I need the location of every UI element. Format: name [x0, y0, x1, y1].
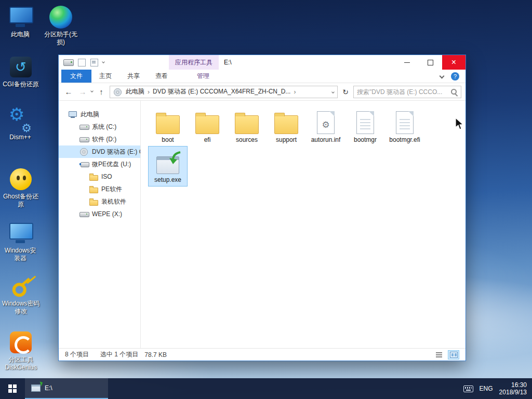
- taskbar: E:\ ENG 16:30 2018/9/13: [0, 378, 532, 399]
- file-item-bootmgr-efi[interactable]: bootmgr.efi: [385, 106, 424, 146]
- file-item-efi[interactable]: efi: [188, 106, 227, 146]
- file-item-bootmgr[interactable]: bootmgr: [345, 106, 385, 146]
- desktop-icon-label: Windows安装器: [2, 247, 38, 262]
- tree-item-label: ISO: [101, 173, 112, 180]
- qat-new-folder-icon[interactable]: [89, 58, 99, 67]
- computer-icon: [68, 110, 77, 118]
- desktop-icon-windows-installer[interactable]: Windows安装器: [2, 221, 38, 262]
- file-name: support: [268, 136, 304, 143]
- mouse-cursor: [455, 117, 464, 131]
- partition-assistant-icon: [48, 5, 73, 29]
- large-icons-view-button[interactable]: [448, 350, 459, 360]
- folder-icon: [89, 172, 98, 181]
- address-drive-icon: [113, 88, 123, 96]
- language-indicator[interactable]: ENG: [480, 385, 493, 392]
- minimize-button[interactable]: [395, 55, 419, 70]
- tab-view[interactable]: 查看: [148, 70, 176, 83]
- touch-keyboard-icon[interactable]: [463, 385, 473, 392]
- taskbar-clock[interactable]: 16:30 2018/9/13: [499, 381, 527, 396]
- desktop-icon-label: CGI备份还原: [1, 81, 41, 88]
- navigation-bar: ← → ↑ 此电脑 › DVD 驱动器 (E:) CCCOMA_X64FRE_Z…: [59, 83, 466, 101]
- tree-item-label: 软件 (D:): [92, 135, 116, 144]
- desktop-icon-cgi-backup[interactable]: CGI备份还原: [1, 55, 41, 88]
- tree-item-drive-c[interactable]: 系统 (C:): [59, 121, 140, 133]
- folder-icon: [156, 115, 180, 134]
- desktop-icon-ghost-backup[interactable]: Ghost备份还原: [1, 167, 41, 208]
- tree-item-dvd-drive-e[interactable]: DVD 驱动器 (E:) CC: [59, 145, 140, 158]
- drive-icon: [79, 210, 89, 218]
- search-box[interactable]: [353, 86, 461, 98]
- desktop-icon-label: Ghost备份还原: [1, 193, 41, 208]
- diskgenius-icon: [8, 330, 33, 354]
- file-name: boot: [150, 136, 186, 143]
- folder-icon: [195, 115, 219, 134]
- address-bar[interactable]: 此电脑 › DVD 驱动器 (E:) CCCOMA_X64FRE_ZH-CN_D…: [110, 86, 338, 98]
- tree-item-drive-d[interactable]: 软件 (D:): [59, 133, 140, 145]
- breadcrumb-this-pc[interactable]: 此电脑: [126, 87, 144, 96]
- desktop-icon-label: Dism++: [2, 134, 38, 141]
- large-icons-view-icon: [450, 352, 458, 358]
- status-bar: 8 个项目 选中 1 个项目 78.7 KB: [59, 348, 466, 361]
- window-icon[interactable]: [63, 57, 74, 68]
- desktop-icon-this-pc[interactable]: 此电脑: [2, 5, 38, 38]
- tree-item-this-pc[interactable]: 此电脑: [59, 108, 140, 121]
- dvd-disc-icon: [79, 148, 89, 156]
- maximize-button[interactable]: [419, 55, 442, 70]
- start-button[interactable]: [0, 378, 25, 399]
- file-name: setup.exe: [150, 176, 186, 183]
- breadcrumb-separator-icon: ›: [294, 88, 296, 96]
- tree-item-install-software[interactable]: 装机软件: [59, 195, 140, 208]
- taskbar-app-explorer[interactable]: E:\: [25, 378, 108, 399]
- ghost-backup-icon: [8, 167, 33, 191]
- desktop: 此电脑 分区助手(无损) CGI备份还原 Dism++ Ghost备份还原 Wi…: [0, 0, 532, 399]
- desktop-icon-label: 分区助手(无损): [43, 31, 79, 46]
- ribbon-tab-strip: 文件 主页 共享 查看 管理: [59, 70, 466, 83]
- file-item-sources[interactable]: sources: [227, 106, 267, 146]
- file-name: bootmgr.efi: [387, 136, 423, 143]
- file-item-support[interactable]: support: [267, 106, 306, 146]
- clock-date: 2018/9/13: [499, 389, 527, 396]
- items-count: 8 个项目: [65, 350, 89, 359]
- setup-information-file-icon: [317, 111, 335, 134]
- tab-share[interactable]: 共享: [119, 70, 148, 83]
- contextual-tab-application-tools[interactable]: 应用程序工具: [169, 55, 219, 70]
- refresh-icon[interactable]: [340, 88, 351, 96]
- tree-item-wepe-x[interactable]: WEPE (X:): [59, 208, 140, 220]
- desktop-icon-windows-password[interactable]: Windows密码修改: [1, 274, 41, 315]
- tab-manage[interactable]: 管理: [189, 70, 217, 83]
- search-input[interactable]: [357, 88, 448, 96]
- expand-ribbon-chevron-icon[interactable]: [440, 74, 445, 79]
- tab-home[interactable]: 主页: [91, 70, 119, 83]
- tab-file[interactable]: 文件: [61, 70, 91, 83]
- tree-item-label: PE软件: [101, 185, 122, 194]
- file-name: autorun.inf: [308, 136, 344, 143]
- qat-customize-chevron-icon[interactable]: [102, 60, 105, 63]
- tree-item-pe-software[interactable]: PE软件: [59, 183, 140, 195]
- tree-item-iso[interactable]: ISO: [59, 170, 140, 183]
- up-button[interactable]: ↑: [96, 87, 107, 96]
- breadcrumb-dvd-drive[interactable]: DVD 驱动器 (E:) CCCOMA_X64FRE_ZH-CN_D...: [153, 87, 290, 96]
- file-icon: [396, 111, 414, 134]
- details-view-button[interactable]: [433, 350, 445, 360]
- desktop-icon-dism[interactable]: Dism++: [2, 108, 38, 141]
- tree-item-label: DVD 驱动器 (E:) CC: [92, 148, 140, 156]
- file-item-autorun-inf[interactable]: autorun.inf: [306, 106, 345, 146]
- address-dropdown-chevron-icon[interactable]: [331, 90, 335, 94]
- tree-item-label: WEPE (X:): [92, 210, 122, 218]
- file-name: sources: [229, 136, 265, 143]
- desktop-icon-diskgenius[interactable]: 分区工具DiskGenius: [1, 330, 41, 371]
- help-icon[interactable]: [451, 72, 459, 81]
- window-title: E:\: [224, 55, 232, 70]
- desktop-icon-partition-assistant[interactable]: 分区助手(无损): [43, 5, 79, 46]
- desktop-icon-label: Windows密码修改: [1, 300, 41, 315]
- close-button[interactable]: [442, 55, 466, 70]
- file-item-boot[interactable]: boot: [148, 106, 188, 146]
- qat-properties-icon[interactable]: [76, 58, 87, 67]
- file-item-setup-exe[interactable]: setup.exe: [148, 146, 188, 186]
- forward-button[interactable]: →: [77, 87, 88, 96]
- recent-locations-chevron-icon[interactable]: [90, 89, 94, 92]
- explorer-app-icon: [31, 384, 41, 392]
- tree-item-usb-u[interactable]: 微PE优盘 (U:): [59, 158, 140, 170]
- back-button[interactable]: ←: [63, 87, 74, 96]
- folder-icon: [89, 197, 98, 206]
